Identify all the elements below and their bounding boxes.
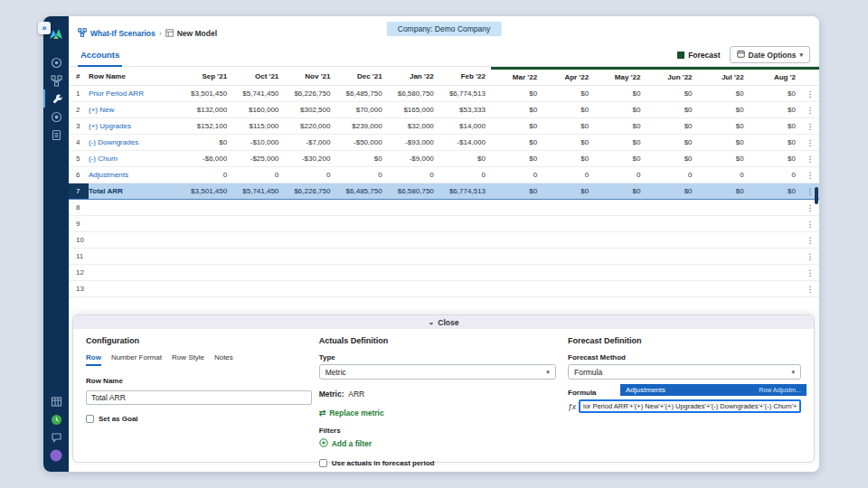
- breadcrumb-scenarios-link[interactable]: What-If Scenarios: [90, 29, 156, 38]
- cell-value[interactable]: $70,000: [335, 102, 387, 118]
- row-menu-icon[interactable]: ⋮: [801, 102, 819, 118]
- cell-value[interactable]: [388, 232, 439, 249]
- cell-value[interactable]: [542, 232, 594, 249]
- cell-value[interactable]: [698, 200, 750, 216]
- cell-value[interactable]: [646, 249, 697, 265]
- cell-value[interactable]: 0: [646, 167, 697, 183]
- sidebar-item-reports[interactable]: [43, 126, 69, 144]
- cell-value[interactable]: $0: [698, 102, 750, 118]
- cell-value[interactable]: $6,774,513: [439, 86, 491, 102]
- cell-value[interactable]: $6,485,750: [335, 183, 387, 200]
- cell-value[interactable]: $0: [646, 118, 697, 135]
- cell-value[interactable]: [491, 216, 542, 232]
- cell-value[interactable]: [181, 200, 232, 216]
- row-menu-icon[interactable]: ⋮: [801, 281, 819, 297]
- cell-value[interactable]: [750, 216, 801, 232]
- row-number[interactable]: 12: [69, 265, 89, 281]
- cell-value[interactable]: 0: [284, 167, 335, 183]
- cell-value[interactable]: [439, 232, 491, 249]
- row-number[interactable]: 13: [69, 281, 89, 297]
- cell-value[interactable]: [232, 265, 284, 281]
- row-number[interactable]: 1: [69, 86, 89, 102]
- cell-value[interactable]: -$9,000: [388, 151, 439, 167]
- sidebar-item-tools[interactable]: [43, 89, 69, 108]
- cell-value[interactable]: 0: [542, 167, 594, 183]
- table-row[interactable]: 7Total ARR$3,501,450$5,741,450$6,226,750…: [69, 183, 819, 200]
- tab-row[interactable]: Row: [86, 353, 101, 366]
- cell-value[interactable]: $0: [646, 135, 697, 151]
- cell-value[interactable]: [750, 200, 801, 216]
- tab-number-format[interactable]: Number Format: [111, 353, 162, 366]
- cell-value[interactable]: [181, 249, 232, 265]
- table-row[interactable]: 2(+) New$132,000$160,000$302,500$70,000$…: [69, 102, 819, 118]
- cell-value[interactable]: $3,501,450: [181, 86, 232, 102]
- cell-value[interactable]: $0: [750, 102, 801, 118]
- cell-value[interactable]: $160,000: [232, 102, 284, 118]
- cell-value[interactable]: $0: [335, 151, 387, 167]
- cell-value[interactable]: [439, 265, 491, 281]
- row-menu-icon[interactable]: ⋮: [801, 135, 819, 151]
- cell-value[interactable]: $0: [698, 86, 750, 102]
- cell-value[interactable]: 0: [491, 167, 542, 183]
- cell-value[interactable]: 0: [335, 167, 387, 183]
- row-number[interactable]: 3: [69, 118, 89, 135]
- cell-value[interactable]: [542, 216, 594, 232]
- cell-value[interactable]: 0: [388, 167, 439, 183]
- row-name[interactable]: (+) Upgrades: [89, 118, 181, 135]
- cell-value[interactable]: -$25,000: [232, 151, 284, 167]
- cell-value[interactable]: [181, 216, 232, 232]
- cell-value[interactable]: [594, 281, 646, 297]
- cell-value[interactable]: $0: [542, 86, 594, 102]
- cell-value[interactable]: $115,000: [232, 118, 284, 135]
- cell-value[interactable]: $0: [491, 135, 542, 151]
- sidebar-item-support[interactable]: [43, 53, 69, 71]
- row-name[interactable]: [89, 249, 181, 265]
- close-panel-button[interactable]: ⌄ Close: [73, 315, 814, 329]
- row-menu-icon[interactable]: ⋮: [801, 216, 819, 232]
- sidebar-item-help[interactable]: [43, 428, 69, 446]
- row-menu-icon[interactable]: ⋮: [801, 86, 819, 102]
- cell-value[interactable]: [232, 249, 284, 265]
- row-name[interactable]: [89, 281, 181, 297]
- cell-value[interactable]: $220,000: [284, 118, 335, 135]
- date-options-button[interactable]: Date Options ▾: [730, 46, 810, 63]
- cell-value[interactable]: [646, 200, 697, 216]
- cell-value[interactable]: $0: [542, 118, 594, 135]
- cell-value[interactable]: $0: [491, 151, 542, 167]
- cell-value[interactable]: [542, 265, 594, 281]
- cell-value[interactable]: [181, 281, 232, 297]
- row-name[interactable]: (+) New: [89, 102, 181, 118]
- cell-value[interactable]: [698, 249, 750, 265]
- cell-value[interactable]: $6,226,750: [284, 86, 335, 102]
- row-number[interactable]: 6: [69, 167, 89, 183]
- cell-value[interactable]: $0: [750, 183, 801, 200]
- cell-value[interactable]: [594, 232, 646, 249]
- cell-value[interactable]: $0: [594, 102, 646, 118]
- cell-value[interactable]: $0: [594, 183, 646, 200]
- cell-value[interactable]: [335, 232, 387, 249]
- cell-value[interactable]: [542, 281, 594, 297]
- cell-value[interactable]: [646, 281, 697, 297]
- cell-value[interactable]: [594, 249, 646, 265]
- cell-value[interactable]: -$6,000: [181, 151, 232, 167]
- cell-value[interactable]: $32,000: [388, 118, 439, 135]
- cell-value[interactable]: $0: [491, 118, 542, 135]
- cell-value[interactable]: [335, 216, 387, 232]
- cell-value[interactable]: [594, 200, 646, 216]
- cell-value[interactable]: $0: [542, 183, 594, 200]
- row-number[interactable]: 11: [69, 249, 89, 265]
- row-number[interactable]: 8: [69, 200, 89, 216]
- cell-value[interactable]: -$7,000: [284, 135, 335, 151]
- cell-value[interactable]: [491, 200, 542, 216]
- cell-value[interactable]: [232, 232, 284, 249]
- cell-value[interactable]: $0: [698, 183, 750, 200]
- cell-value[interactable]: [335, 200, 387, 216]
- cell-value[interactable]: $0: [750, 118, 801, 135]
- cell-value[interactable]: [284, 281, 335, 297]
- cell-value[interactable]: $14,000: [439, 118, 491, 135]
- row-number[interactable]: 7: [69, 183, 89, 200]
- row-name[interactable]: [89, 216, 181, 232]
- row-name[interactable]: [89, 232, 181, 249]
- cell-value[interactable]: $0: [698, 135, 750, 151]
- cell-value[interactable]: -$30,200: [284, 151, 335, 167]
